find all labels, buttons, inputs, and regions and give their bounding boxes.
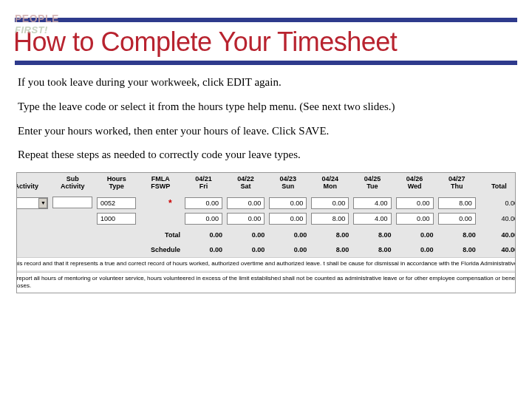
schedule-label: Schedule <box>95 241 183 256</box>
table-row: ▼ 0052 0.00 0.00 0.00 0.00 4.00 0.00 8.0… <box>16 195 516 211</box>
header-sub-activity: Sub Activity <box>50 173 95 195</box>
header-activity: Activity <box>16 173 50 195</box>
hours-input[interactable]: 0.00 <box>269 197 307 209</box>
hours-type-input[interactable]: 0052 <box>97 197 137 209</box>
required-asterisk: * <box>168 198 172 208</box>
timesheet-panel: * Activity Sub Activity Hours Type FMLA … <box>16 172 516 293</box>
total-cell: 0.00 <box>183 226 225 241</box>
hours-input[interactable]: 0.00 <box>227 197 265 209</box>
total-cell: 40.00 <box>478 226 516 241</box>
hours-input[interactable]: 0.00 <box>185 213 222 225</box>
schedule-cell: 8.00 <box>309 241 351 256</box>
hours-input[interactable]: 4.00 <box>353 197 391 209</box>
hours-input[interactable]: 0.00 <box>311 197 349 209</box>
chevron-down-icon: ▼ <box>38 198 47 208</box>
schedule-cell: 40.00 <box>478 241 516 256</box>
schedule-cell: 0.00 <box>225 241 267 256</box>
schedule-cell: 0.00 <box>267 241 309 256</box>
sub-activity-input[interactable] <box>52 197 92 208</box>
schedule-cell: 8.00 <box>351 241 393 256</box>
hours-input[interactable]: 8.00 <box>311 213 349 225</box>
schedule-cell: 0.00 <box>183 241 225 256</box>
activity-select[interactable]: ▼ <box>16 197 48 209</box>
total-cell: 0.00 <box>225 226 267 241</box>
hours-input[interactable]: 0.00 <box>396 197 434 209</box>
logo-line1: PEOPLE <box>15 13 59 24</box>
schedule-cell: 0.00 <box>394 241 436 256</box>
certification-text-2: e to report all hours of mentoring or vo… <box>16 272 516 293</box>
table-row: 1000 0.00 0.00 0.00 8.00 4.00 0.00 0.00 … <box>16 211 516 226</box>
hours-input[interactable]: 8.00 <box>438 197 476 209</box>
instruction-paragraph-1: If you took leave during your workweek, … <box>18 75 514 89</box>
instruction-paragraph-2: Type the leave code or select it from th… <box>18 100 514 114</box>
logo-line2: FIRST! <box>15 24 48 35</box>
certification-text-1: ed this record and that it represents a … <box>16 257 516 270</box>
header-day-04-25: 04/25 Tue <box>351 173 393 195</box>
hours-input[interactable]: 0.00 <box>438 213 476 225</box>
total-cell: 8.00 <box>436 226 478 241</box>
header-total: Total <box>478 173 516 195</box>
logo-watermark: PEOPLE FIRST! <box>15 13 59 36</box>
hours-input[interactable]: 0.00 <box>269 213 307 225</box>
total-label: Total <box>95 226 183 241</box>
hours-input[interactable]: 0.00 <box>227 213 265 225</box>
top-divider <box>15 18 517 22</box>
header-day-04-27: 04/27 Thu <box>436 173 478 195</box>
header-day-04-26: 04/26 Wed <box>394 173 436 195</box>
hours-input[interactable]: 0.00 <box>185 197 222 209</box>
header-hours-type: Hours Type <box>95 173 139 195</box>
instruction-paragraph-4: Repeat these steps as needed to correctl… <box>18 148 514 162</box>
page-title: How to Complete Your Timesheet <box>13 27 532 58</box>
row-total: 40.00 <box>478 211 516 226</box>
schedule-row: Schedule 0.00 0.00 0.00 8.00 8.00 0.00 8… <box>16 241 516 256</box>
hours-type-input[interactable]: 1000 <box>97 213 137 225</box>
header-day-04-22: 04/22 Sat <box>225 173 267 195</box>
total-cell: 0.00 <box>394 226 436 241</box>
header-day-04-21: 04/21 Fri <box>183 173 225 195</box>
hours-input[interactable]: 4.00 <box>353 213 391 225</box>
row-total: 0.00 <box>478 195 516 211</box>
header-day-04-24: 04/24 Mon <box>309 173 351 195</box>
timesheet-table: Activity Sub Activity Hours Type FMLA FS… <box>16 173 516 256</box>
hours-input[interactable]: 0.00 <box>396 213 434 225</box>
header-fmla: FMLA FSWP <box>138 173 183 195</box>
total-cell: 8.00 <box>309 226 351 241</box>
instruction-paragraph-3: Enter your hours worked, then enter your… <box>18 124 514 138</box>
total-row: Total 0.00 0.00 0.00 8.00 8.00 0.00 8.00… <box>16 226 516 241</box>
schedule-cell: 8.00 <box>436 241 478 256</box>
total-cell: 0.00 <box>267 226 309 241</box>
mid-divider <box>15 61 517 65</box>
total-cell: 8.00 <box>351 226 393 241</box>
header-day-04-23: 04/23 Sun <box>267 173 309 195</box>
